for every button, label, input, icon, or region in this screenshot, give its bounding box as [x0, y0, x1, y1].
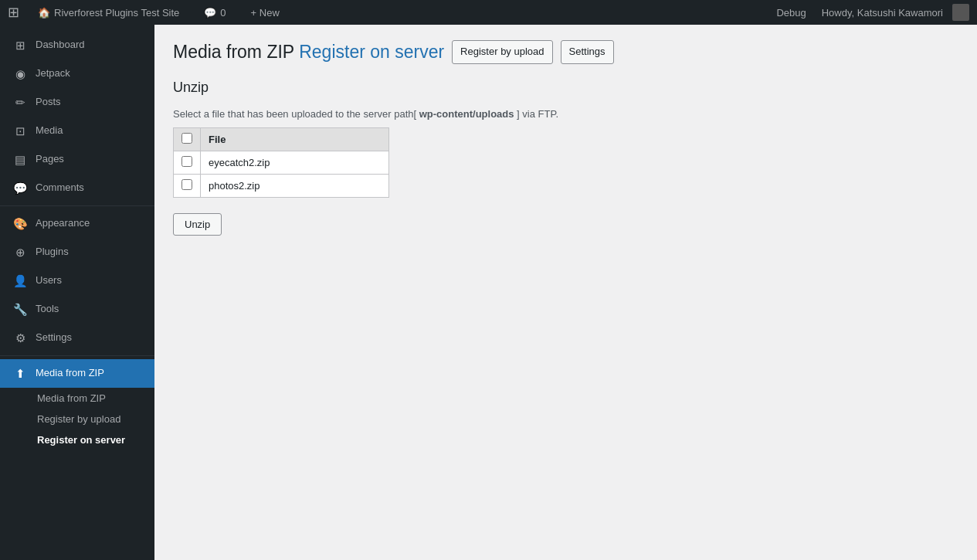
section-title: Unzip	[173, 80, 962, 96]
pages-icon: ▤	[12, 151, 28, 168]
media-from-zip-icon: ⬆	[12, 365, 28, 382]
comments-icon: 💬	[12, 180, 28, 196]
row-checkbox-cell	[174, 151, 201, 174]
site-name-label: Riverforest Plugins Test Site	[54, 7, 179, 19]
title-static: Media from ZIP	[173, 42, 294, 62]
sidebar-item-label: Jetpack	[36, 66, 70, 80]
menu-separator	[0, 205, 154, 206]
select-all-checkbox[interactable]	[181, 133, 192, 144]
sidebar-item-label: Dashboard	[36, 38, 85, 52]
file-name-cell: photos2.zip	[201, 174, 389, 197]
file-name-cell: eyecatch2.zip	[201, 151, 389, 174]
media-from-zip-submenu: Media from ZIP Register by upload Regist…	[0, 388, 154, 450]
avatar	[952, 4, 969, 21]
file-checkbox[interactable]	[181, 156, 192, 167]
table-header-file: File	[201, 127, 389, 151]
dashboard-icon: ⊞	[12, 37, 28, 53]
submenu-item-label: Media from ZIP	[37, 392, 106, 404]
sidebar-item-tools[interactable]: 🔧 Tools	[0, 295, 154, 324]
page-title-row: Media from ZIP Register on server Regist…	[173, 40, 962, 64]
table-row: photos2.zip	[174, 174, 389, 197]
sidebar-item-label: Users	[36, 273, 62, 287]
tools-icon: 🔧	[12, 301, 28, 317]
sidebar-item-label: Pages	[36, 152, 64, 166]
debug-link[interactable]: Debug	[770, 0, 812, 25]
file-table: File eyecatch2.zip photos2.zip	[173, 127, 389, 198]
settings-button[interactable]: Settings	[561, 40, 614, 64]
submenu-media-from-zip[interactable]: Media from ZIP	[0, 388, 154, 409]
howdy-label: Howdy, Katsushi Kawamori	[822, 7, 943, 19]
sidebar-item-jetpack[interactable]: ◉ Jetpack	[0, 59, 154, 88]
sidebar-item-label: Media	[36, 124, 63, 137]
comments-count: 0	[220, 7, 226, 19]
sidebar-item-settings[interactable]: ⚙ Settings	[0, 324, 154, 352]
sidebar-item-label: Plugins	[36, 245, 69, 259]
sidebar-item-dashboard[interactable]: ⊞ Dashboard	[0, 31, 154, 59]
main-content: Media from ZIP Register on server Regist…	[154, 25, 977, 560]
media-icon: ⊡	[12, 123, 28, 139]
sidebar-item-users[interactable]: 👤 Users	[0, 266, 154, 295]
title-link-text: Register on server	[299, 42, 444, 62]
sidebar-item-pages[interactable]: ▤ Pages	[0, 145, 154, 174]
site-name-link[interactable]: 🏠 Riverforest Plugins Test Site	[32, 0, 185, 25]
sidebar-item-label: Comments	[36, 181, 84, 195]
description-suffix: ] via FTP.	[517, 108, 558, 120]
wp-logo-icon[interactable]: ⊞	[8, 4, 19, 21]
submenu-item-label: Register by upload	[37, 413, 120, 425]
register-by-upload-button[interactable]: Register by upload	[452, 40, 552, 64]
sidebar-item-label: Tools	[36, 302, 59, 316]
sidebar-item-posts[interactable]: ✏ Posts	[0, 88, 154, 117]
home-icon: 🏠	[38, 7, 50, 19]
appearance-icon: 🎨	[12, 216, 28, 232]
sidebar-item-comments[interactable]: 💬 Comments	[0, 174, 154, 202]
table-header-checkbox-col	[174, 127, 201, 151]
users-icon: 👤	[12, 273, 28, 289]
sidebar-item-label: Settings	[36, 331, 72, 344]
file-checkbox[interactable]	[181, 179, 192, 190]
debug-label: Debug	[776, 7, 806, 19]
description-path: wp-content/uploads	[416, 108, 517, 120]
comments-link[interactable]: 💬 0	[198, 0, 232, 25]
menu-separator-2	[0, 355, 154, 356]
table-row: eyecatch2.zip	[174, 151, 389, 174]
title-link[interactable]: Register on server	[299, 42, 444, 62]
admin-sidebar: ⊞ Dashboard ◉ Jetpack ✏ Posts ⊡ Media ▤ …	[0, 25, 154, 560]
unzip-button[interactable]: Unzip	[173, 213, 222, 236]
user-info-link[interactable]: Howdy, Katsushi Kawamori	[816, 0, 949, 25]
sidebar-item-appearance[interactable]: 🎨 Appearance	[0, 209, 154, 238]
submenu-register-by-upload[interactable]: Register by upload	[0, 409, 154, 429]
row-checkbox-cell	[174, 174, 201, 197]
sidebar-item-label: Media from ZIP	[36, 366, 104, 380]
page-title: Media from ZIP Register on server	[173, 42, 444, 63]
comments-icon: 💬	[204, 7, 216, 19]
new-content-link[interactable]: + New	[245, 0, 286, 25]
sidebar-item-label: Appearance	[36, 216, 90, 230]
submenu-item-label: Register on server	[37, 434, 125, 446]
sidebar-item-plugins[interactable]: ⊕ Plugins	[0, 238, 154, 266]
submenu-register-on-server[interactable]: Register on server	[0, 429, 154, 450]
settings-icon: ⚙	[12, 330, 28, 346]
description: Select a file that has been uploaded to …	[173, 108, 962, 120]
sidebar-item-media-from-zip[interactable]: ⬆ Media from ZIP	[0, 359, 154, 388]
new-label: + New	[251, 7, 280, 19]
jetpack-icon: ◉	[12, 66, 28, 82]
description-prefix: Select a file that has been uploaded to …	[173, 108, 416, 120]
posts-icon: ✏	[12, 94, 28, 110]
plugins-icon: ⊕	[12, 244, 28, 260]
sidebar-item-media[interactable]: ⊡ Media	[0, 117, 154, 145]
sidebar-item-label: Posts	[36, 95, 61, 109]
